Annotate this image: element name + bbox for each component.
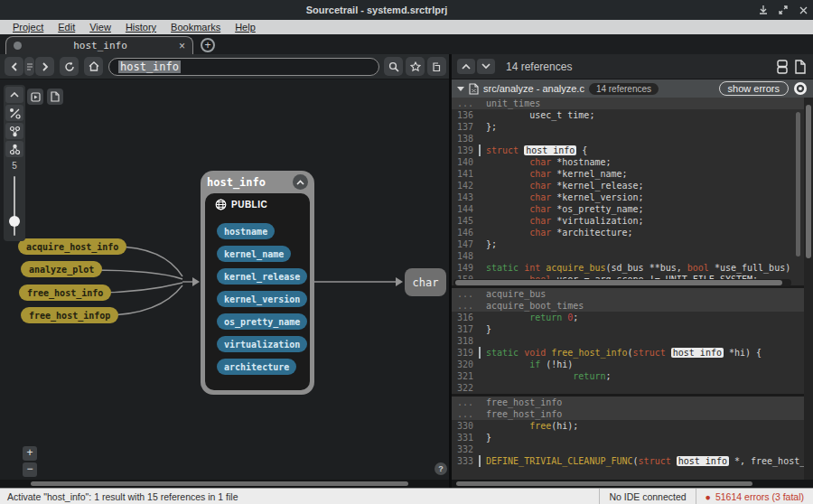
code-line[interactable]: 331} [452,432,813,443]
snippet-scope-header[interactable]: ...acquire_boot_times [452,300,813,312]
snippet-scope-header[interactable]: ...unit_times [452,98,813,109]
code-line[interactable]: 148 [452,250,813,262]
code-vertical-scrollbar[interactable] [804,98,813,480]
code-line[interactable]: 137}; [452,121,813,133]
code-line[interactable]: 146 char *architecture; [452,227,813,238]
tab-host-info[interactable]: host_info × [5,36,193,54]
history-dropdown-button[interactable] [24,57,34,76]
file-header[interactable]: src/analyze - analyze.c 14 references sh… [452,79,813,98]
code-line[interactable]: 145 char *virtualization; [452,215,813,227]
menu-view[interactable]: View [89,22,111,33]
zoom-out-button[interactable]: − [23,462,37,477]
search-input[interactable]: host_info [108,58,379,76]
graph-help-button[interactable]: ? [435,462,447,475]
snippet-view-icon[interactable] [776,60,789,74]
graph-legend-icon[interactable] [27,89,43,105]
code-line[interactable]: 138 [452,133,813,145]
collapse-file-icon[interactable] [457,87,464,91]
minimize-icon[interactable] [753,3,773,17]
code-line[interactable]: 140 char *hostname; [452,156,813,168]
graph-horizontal-scrollbar[interactable] [0,480,449,488]
graph-node-free_host_infop[interactable]: free_host_infop [21,307,118,323]
next-reference-button[interactable] [477,59,495,74]
tab-close-icon[interactable]: × [179,42,185,51]
previous-reference-button[interactable] [457,59,475,74]
code-line[interactable]: 321 return; [452,370,813,382]
menu-history[interactable]: History [126,22,156,33]
code-line[interactable]: 316 return 0; [452,312,813,323]
ide-status[interactable]: No IDE connected [599,489,695,504]
code-line[interactable]: 141 char *kernel_name; [452,168,813,180]
new-tab-button[interactable]: + [201,38,215,52]
code-line[interactable]: 318 [452,335,813,347]
code-line[interactable]: 144 char *os_pretty_name; [452,203,813,215]
bookmarks-list-button[interactable] [427,57,446,76]
code-line[interactable]: 142 char *kernel_release; [452,180,813,191]
maximize-icon[interactable] [773,3,793,17]
code-line[interactable]: 333DEFINE_TRIVIAL_CLEANUP_FUNC(struct ho… [452,455,813,467]
member-node-architecture[interactable]: architecture [217,359,296,375]
code-line[interactable]: 319static void free_host_info(struct hos… [452,347,813,359]
member-node-kernel_release[interactable]: kernel_release [217,268,307,285]
code-line[interactable]: 143 char *kernel_version; [452,191,813,203]
node-title: host_info [207,176,293,189]
line-number: 141 [452,168,479,180]
snippet-horizontal-scrollbar[interactable] [453,279,791,286]
line-number: 145 [452,215,479,227]
code-line[interactable]: 149static int acquire_bus(sd_bus **bus, … [452,262,813,274]
code-line[interactable]: 320 if (!hi) [452,359,813,370]
snippet-scope-header[interactable]: ...free_host_info [452,397,813,408]
graph-export-icon[interactable] [47,89,63,105]
back-button[interactable] [5,57,23,76]
show-errors-button[interactable]: show errors [719,81,789,96]
symbol-highlight[interactable]: host_info [524,145,576,155]
menu-help[interactable]: Help [235,22,256,33]
slider-handle[interactable] [9,216,20,227]
code-horizontal-scrollbar[interactable] [452,480,813,488]
member-node-kernel_name[interactable]: kernel_name [217,246,291,262]
graph-view[interactable]: 5 acquire_host_infoanalyze_plotfree_host… [0,79,449,480]
code-view[interactable]: ...unit_times136 usec_t time;137};138139… [452,98,813,480]
custom-trail-icon[interactable] [5,105,23,121]
code-line[interactable]: 317} [452,323,813,335]
code-line[interactable]: 139struct host_info { [452,145,813,156]
member-node-virtualization[interactable]: virtualization [217,336,307,352]
code-line[interactable]: 147}; [452,238,813,250]
forward-button[interactable] [35,57,54,76]
graph-node-analyze_plot[interactable]: analyze_plot [21,261,102,277]
collapse-toolbar-icon[interactable] [5,87,23,103]
code-line[interactable]: 136 usec_t time; [452,109,813,121]
graph-node-free_host_info[interactable]: free_host_info [19,285,111,301]
member-node-kernel_version[interactable]: kernel_version [217,291,307,307]
menu-edit[interactable]: Edit [58,22,75,33]
graph-depth-slider[interactable] [5,174,23,239]
error-status[interactable]: ● 51614 errors (3 fatal) [696,489,813,504]
maximize-file-icon[interactable] [793,81,808,96]
code-line[interactable]: 322 [452,382,813,394]
member-node-os_pretty_name[interactable]: os_pretty_name [217,313,307,330]
single-file-view-icon[interactable] [794,60,806,74]
graph-node-char[interactable]: char [405,268,446,296]
symbol-highlight[interactable]: host_info [677,456,729,466]
show-callees-icon[interactable] [5,141,23,157]
search-button[interactable] [384,57,403,76]
panel-divider[interactable] [449,54,452,488]
symbol-highlight[interactable]: host_info [671,348,724,358]
home-button[interactable] [84,57,103,76]
graph-node-acquire_host_info[interactable]: acquire_host_info [18,238,126,255]
snippet-scope-header[interactable]: ...free_host_info [452,408,813,420]
code-text: return 0; [486,312,578,323]
zoom-in-button[interactable]: + [23,446,37,461]
code-line[interactable]: 330 free(hi); [452,420,813,432]
snippet-vertical-scrollbar[interactable] [796,112,800,257]
show-callers-icon[interactable] [5,123,23,139]
close-icon[interactable] [793,3,813,17]
snippet-scope-header[interactable]: ...acquire_bus [452,288,813,300]
menu-project[interactable]: Project [13,22,43,33]
menu-bookmarks[interactable]: Bookmarks [171,22,220,33]
node-collapse-icon[interactable] [293,174,308,190]
code-line[interactable]: 332 [452,443,813,455]
refresh-button[interactable] [60,57,79,76]
member-node-hostname[interactable]: hostname [217,223,275,239]
bookmark-star-button[interactable] [406,57,425,76]
